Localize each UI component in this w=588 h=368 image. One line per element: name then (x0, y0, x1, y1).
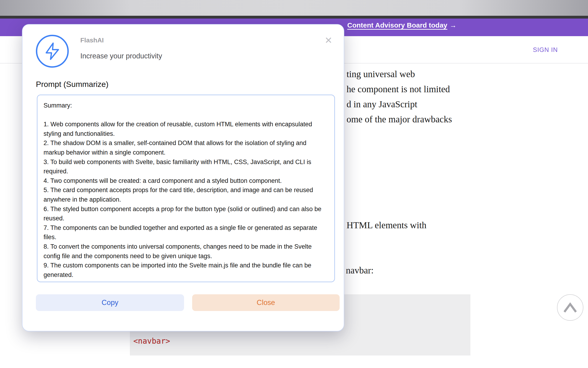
close-button[interactable]: Close (192, 294, 340, 311)
arrow-right-icon: → (449, 21, 456, 29)
app-title: FlashAI (80, 37, 104, 44)
article-text-line: ome of the major drawbacks (347, 114, 452, 125)
code-snippet: <navbar> (133, 337, 170, 346)
promo-banner-link[interactable]: Content Advisory Board today→ (347, 21, 456, 29)
copy-button[interactable]: Copy (36, 294, 184, 311)
close-icon[interactable]: ✕ (322, 34, 335, 47)
modal-button-row: Copy Close (22, 294, 344, 311)
flashai-modal: FlashAI Increase your productivity ✕ Pro… (22, 24, 344, 331)
sign-in-link[interactable]: SIGN IN (533, 46, 558, 54)
promo-banner-link-text: Content Advisory Board today (347, 21, 447, 29)
window-divider (0, 16, 588, 18)
article-text-line: HTML elements with (347, 220, 426, 230)
article-text-line: d in any JavaScript (347, 99, 417, 110)
scroll-to-top-button[interactable] (557, 294, 583, 321)
chevron-up-icon (562, 301, 578, 314)
prompt-label: Prompt (Summarize) (36, 80, 109, 89)
browser-chrome-bar (0, 0, 588, 16)
lightning-bolt-icon (43, 40, 62, 62)
article-text-line: navbar: (346, 265, 374, 276)
article-text-line: he component is not limited (347, 84, 450, 94)
summary-textarea[interactable]: Summary: 1. Web components allow for the… (37, 94, 335, 282)
flashai-logo (36, 35, 69, 68)
article-text-line: ting universal web (347, 69, 415, 80)
app-tagline: Increase your productivity (80, 52, 162, 60)
